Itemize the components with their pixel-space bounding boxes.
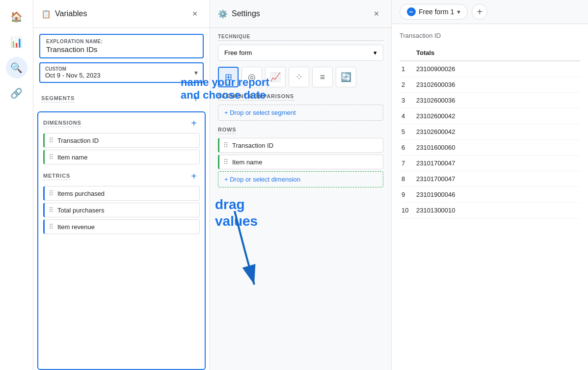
nav-home[interactable]: 🏠 <box>6 6 27 27</box>
exploration-name-box[interactable]: EXPLORATION NAME: Transaction IDs <box>39 34 204 58</box>
table-row: 3 23102600036 <box>400 93 580 108</box>
segment-comparisons-section: SEGMENT COMPARISONS + Drop or select seg… <box>218 93 383 121</box>
table-cell-value: 23102600036 <box>414 93 580 108</box>
nav-reports[interactable]: 📊 <box>6 31 27 53</box>
table-row: 8 23101700047 <box>400 171 580 187</box>
table-row: 7 23101700047 <box>400 156 580 171</box>
report-dimension-header: Transaction ID <box>400 32 580 39</box>
dimensions-metrics-container: DIMENSIONS + ⠿ Transaction ID ⠿ Item nam… <box>37 111 206 370</box>
variables-close-button[interactable]: × <box>188 7 202 21</box>
table-cell-num: 3 <box>400 93 414 108</box>
table-cell-num: 1 <box>400 61 414 77</box>
viz-line-button[interactable]: 📈 <box>265 67 286 87</box>
table-row: 1 23100900026 <box>400 61 580 77</box>
dimensions-label: DIMENSIONS <box>43 120 81 127</box>
metrics-label: METRICS <box>43 173 70 180</box>
report-header: ✏ Free form 1 ▾ + <box>392 0 588 24</box>
visualization-buttons: ⊞ ◎ 📈 ⁘ ≡ 🔄 <box>210 67 391 93</box>
table-cell-num: 4 <box>400 108 414 124</box>
variables-title: 📋 Variables <box>41 9 87 19</box>
viz-donut-button[interactable]: ◎ <box>241 67 262 87</box>
exploration-label: EXPLORATION NAME: <box>46 39 197 44</box>
exploration-value: Transaction IDs <box>46 45 197 53</box>
drop-dimension-label: + Drop or select dimension <box>224 176 300 183</box>
settings-content: SEGMENT COMPARISONS + Drop or select seg… <box>210 93 391 370</box>
dimension-label-transaction-id: Transaction ID <box>57 137 99 144</box>
settings-title-label: Settings <box>232 9 260 18</box>
dimension-item-transaction-id[interactable]: ⠿ Transaction ID <box>43 133 200 148</box>
viz-scatter-button[interactable]: ⁘ <box>289 67 309 87</box>
settings-panel-header: ⚙️ Settings × <box>210 0 391 28</box>
metric-item-items-purchased[interactable]: ⠿ Items purchased <box>43 186 200 201</box>
settings-close-button[interactable]: × <box>370 7 383 21</box>
table-row: 10 23101300010 <box>400 203 580 218</box>
technique-select[interactable]: Free form ▾ <box>218 45 383 61</box>
rows-section: ROWS ⠿ Transaction ID ⠿ Item name + Drop… <box>218 127 383 187</box>
segments-section-header: SEGMENTS + <box>33 87 210 107</box>
nav-explore[interactable]: 🔍 <box>6 57 27 79</box>
row-item-item-name[interactable]: ⠿ Item name <box>218 155 383 169</box>
dimension-label-item-name: Item name <box>57 154 87 161</box>
dimension-item-item-name[interactable]: ⠿ Item name <box>43 150 200 164</box>
drag-handle-icon: ⠿ <box>49 206 53 214</box>
drop-segment-zone[interactable]: + Drop or select segment <box>218 105 383 121</box>
rows-section-header: ROWS <box>218 127 383 134</box>
table-cell-value: 23101700047 <box>414 171 580 187</box>
table-col-totals: Totals <box>414 45 580 61</box>
table-cell-value: 23100900026 <box>414 61 580 77</box>
report-panel: ✏ Free form 1 ▾ + Transaction ID Totals … <box>392 0 588 370</box>
table-cell-num: 7 <box>400 156 414 171</box>
row-item-transaction-id[interactable]: ⠿ Transaction ID <box>218 138 383 153</box>
tab-chevron-icon: ▾ <box>457 8 460 16</box>
table-cell-value: 23102600036 <box>414 77 580 93</box>
table-cell-num: 6 <box>400 140 414 156</box>
drop-segment-label: + Drop or select segment <box>224 109 296 116</box>
dimensions-section: DIMENSIONS + ⠿ Transaction ID ⠿ Item nam… <box>43 117 200 164</box>
report-table: Totals 1 23100900026 2 23102600036 3 231… <box>400 45 580 218</box>
table-cell-num: 9 <box>400 187 414 203</box>
table-cell-value: 23101300010 <box>414 203 580 218</box>
metric-label-items-purchased: Items purchased <box>57 190 105 197</box>
technique-section: TECHNIQUE Free form ▾ <box>210 28 391 67</box>
table-row: 5 23102600042 <box>400 124 580 140</box>
report-body: Transaction ID Totals 1 23100900026 2 23… <box>392 24 588 370</box>
drag-handle-icon: ⠿ <box>49 189 53 197</box>
drop-dimension-zone[interactable]: + Drop or select dimension <box>218 171 383 187</box>
metrics-section: METRICS + ⠿ Items purchased ⠿ Total purc… <box>43 170 200 234</box>
metric-label-total-purchasers: Total purchasers <box>57 207 104 214</box>
table-row: 2 23102600036 <box>400 77 580 93</box>
variables-icon: 📋 <box>41 9 51 19</box>
metric-item-total-purchasers[interactable]: ⠿ Total purchasers <box>43 203 200 217</box>
dimensions-section-header: DIMENSIONS + <box>43 117 200 129</box>
settings-title: ⚙️ Settings <box>218 9 260 19</box>
table-row: 6 23101600060 <box>400 140 580 156</box>
metric-item-item-revenue[interactable]: ⠿ Item revenue <box>43 219 200 234</box>
rows-label: ROWS <box>218 127 236 134</box>
left-nav: 🏠 📊 🔍 🔗 <box>0 0 33 370</box>
add-dimension-button[interactable]: + <box>188 117 200 129</box>
metric-label-item-revenue: Item revenue <box>57 223 95 231</box>
variables-title-label: Variables <box>55 9 87 18</box>
settings-icon: ⚙️ <box>218 9 228 19</box>
nav-configure[interactable]: 🔗 <box>6 82 27 104</box>
date-range-box[interactable]: Custom Oct 9 - Nov 5, 2023 ▾ <box>39 62 204 83</box>
date-value: Oct 9 - Nov 5, 2023 <box>45 72 101 79</box>
segment-comparisons-header: SEGMENT COMPARISONS <box>218 93 383 101</box>
add-tab-button[interactable]: + <box>472 4 487 20</box>
edit-icon: ✏ <box>407 7 416 16</box>
report-tab-freeform1[interactable]: ✏ Free form 1 ▾ <box>400 4 468 20</box>
add-segment-button[interactable]: + <box>190 93 202 105</box>
table-cell-num: 8 <box>400 171 414 187</box>
viz-map-button[interactable]: 🔄 <box>336 67 356 87</box>
table-row: 4 23102600042 <box>400 108 580 124</box>
drag-handle-icon: ⠿ <box>223 158 228 166</box>
metrics-section-header: METRICS + <box>43 170 200 182</box>
technique-label: TECHNIQUE <box>218 34 383 41</box>
viz-bar-button[interactable]: ≡ <box>312 67 333 87</box>
drag-handle-icon: ⠿ <box>49 136 53 144</box>
viz-table-button[interactable]: ⊞ <box>218 67 239 87</box>
date-dropdown-arrow: ▾ <box>194 69 198 77</box>
add-metric-button[interactable]: + <box>188 170 200 182</box>
table-cell-num: 10 <box>400 203 414 218</box>
row-label-item-name: Item name <box>232 159 262 166</box>
